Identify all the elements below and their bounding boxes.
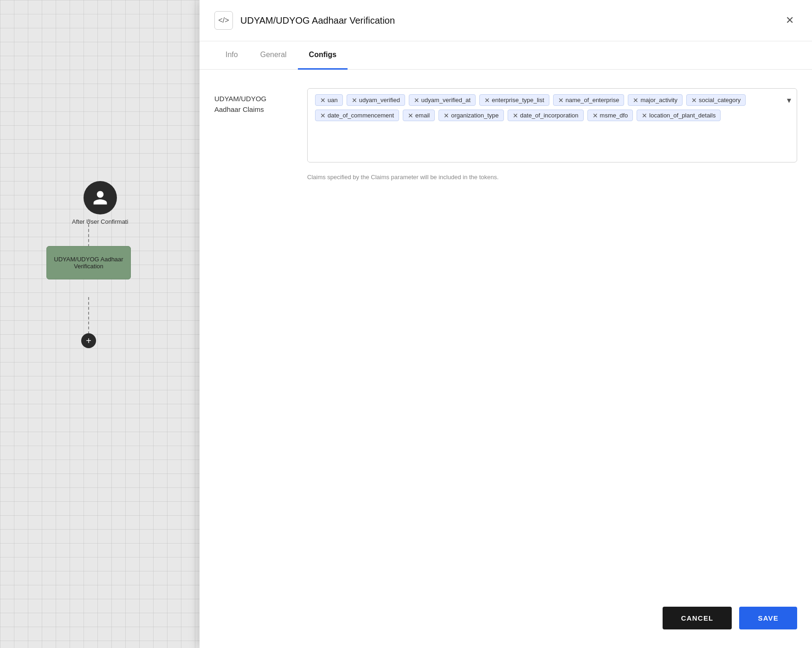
tag-label: udyam_verified_at (421, 97, 470, 104)
tag-remove-icon[interactable]: ✕ (444, 112, 449, 119)
panel-tabs: Info General Configs (200, 41, 812, 70)
flow-user-label: After User Confirmati (72, 218, 128, 225)
tag-item: ✕organization_type (438, 110, 504, 121)
flow-add-button[interactable]: + (81, 333, 96, 348)
tag-remove-icon[interactable]: ✕ (484, 97, 490, 104)
tag-label: name_of_enterprise (566, 97, 619, 104)
tag-remove-icon[interactable]: ✕ (320, 112, 326, 119)
tag-item: ✕udyam_verified_at (409, 94, 476, 106)
tab-configs[interactable]: Configs (298, 41, 348, 70)
tag-remove-icon[interactable]: ✕ (558, 97, 564, 104)
tag-item: ✕date_of_incorporation (508, 110, 584, 121)
claims-label: UDYAM/UDYOG Aadhaar Claims (214, 88, 289, 115)
tag-item: ✕date_of_commencement (315, 110, 399, 121)
tag-label: uan (328, 97, 338, 104)
claims-field[interactable]: ✕uan✕udyam_verified✕udyam_verified_at✕en… (307, 88, 797, 162)
tag-item: ✕email (403, 110, 435, 121)
avatar (84, 181, 117, 214)
tag-remove-icon[interactable]: ✕ (513, 112, 518, 119)
panel-header: </> UDYAM/UDYOG Aadhaar Verification ✕ (200, 0, 812, 41)
tag-label: enterprise_type_list (492, 97, 544, 104)
tag-item: ✕udyam_verified (347, 94, 405, 106)
tab-info[interactable]: Info (214, 41, 249, 70)
tag-remove-icon[interactable]: ✕ (633, 97, 638, 104)
tag-label: email (415, 112, 430, 119)
panel-title-area: </> UDYAM/UDYOG Aadhaar Verification (214, 11, 395, 30)
flow-area: After User Confirmati UDYAM/UDYOG Aadhaa… (0, 0, 200, 648)
panel-title: UDYAM/UDYOG Aadhaar Verification (240, 15, 395, 26)
flow-box-node: UDYAM/UDYOG Aadhaar Verification (46, 246, 131, 279)
tag-remove-icon[interactable]: ✕ (408, 112, 413, 119)
person-icon (92, 189, 109, 206)
code-icon: </> (218, 16, 229, 25)
tag-item: ✕name_of_enterprise (553, 94, 625, 106)
tag-remove-icon[interactable]: ✕ (414, 97, 419, 104)
tag-item: ✕uan (315, 94, 343, 106)
close-icon: ✕ (786, 14, 794, 26)
tag-label: udyam_verified (359, 97, 400, 104)
claims-config-row: UDYAM/UDYOG Aadhaar Claims ✕uan✕udyam_ve… (214, 88, 797, 162)
tag-label: organization_type (451, 112, 499, 119)
tag-item: ✕major_activity (628, 94, 682, 106)
claims-hint: Claims specified by the Claims parameter… (307, 174, 797, 181)
dropdown-arrow-icon: ▾ (787, 95, 791, 105)
tag-label: date_of_commencement (328, 112, 394, 119)
tag-label: location_of_plant_details (649, 112, 715, 119)
panel-actions: CANCEL SAVE (200, 596, 812, 648)
tag-remove-icon[interactable]: ✕ (320, 97, 326, 104)
tag-label: social_category (699, 97, 741, 104)
cancel-button[interactable]: CANCEL (663, 607, 732, 629)
tag-remove-icon[interactable]: ✕ (642, 112, 647, 119)
flow-node-user: After User Confirmati (72, 181, 128, 225)
save-button[interactable]: SAVE (739, 607, 797, 629)
tag-input[interactable] (315, 125, 393, 132)
tag-item: ✕msme_dfo (587, 110, 633, 121)
tab-general[interactable]: General (249, 41, 298, 70)
tag-label: major_activity (640, 97, 677, 104)
flow-connector-top (88, 219, 89, 247)
tag-label: msme_dfo (600, 112, 628, 119)
code-icon-box: </> (214, 11, 233, 30)
tag-item: ✕social_category (686, 94, 746, 106)
tag-item: ✕enterprise_type_list (479, 94, 549, 106)
panel: </> UDYAM/UDYOG Aadhaar Verification ✕ I… (200, 0, 812, 648)
flow-connector-bottom (88, 297, 89, 334)
tag-remove-icon[interactable]: ✕ (593, 112, 598, 119)
panel-content: UDYAM/UDYOG Aadhaar Claims ✕uan✕udyam_ve… (200, 70, 812, 596)
tag-label: date_of_incorporation (520, 112, 579, 119)
tag-item: ✕location_of_plant_details (637, 110, 721, 121)
tag-remove-icon[interactable]: ✕ (352, 97, 357, 104)
close-button[interactable]: ✕ (782, 13, 797, 28)
tag-remove-icon[interactable]: ✕ (691, 97, 697, 104)
